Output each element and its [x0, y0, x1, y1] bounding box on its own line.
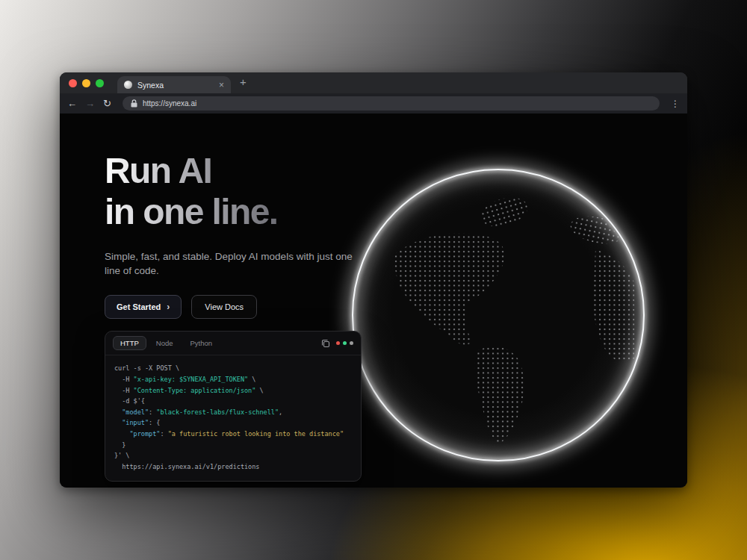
get-started-button[interactable]: Get Started › [105, 295, 182, 319]
window-controls [69, 79, 104, 87]
back-icon[interactable]: ← [67, 99, 77, 108]
code-line: curl -s -X POST \ [114, 363, 352, 374]
code-tabs: HTTPNodePython [113, 336, 220, 350]
code-tab-http[interactable]: HTTP [113, 336, 146, 350]
page-content: Run AI in one line. Simple, fast, and st… [60, 113, 687, 488]
code-line: https://api.synexa.ai/v1/predictions [114, 461, 352, 473]
browser-toolbar: ← → ↻ https://synexa.ai ⋮ [60, 93, 687, 113]
code-line: "input": { [114, 417, 352, 429]
dot-gray-icon [350, 341, 353, 345]
code-block: curl -s -X POST \ -H "x-api-key: $SYNEXA… [105, 355, 361, 481]
tab-favicon-icon [124, 81, 132, 89]
browser-window: Synexa × + ← → ↻ https://synexa.ai ⋮ [60, 72, 687, 488]
code-line: }' \ [114, 450, 352, 461]
code-line: } [114, 440, 352, 451]
chevron-right-icon: › [167, 302, 170, 312]
browser-tab-synexa[interactable]: Synexa × [117, 76, 231, 93]
browser-menu-icon[interactable]: ⋮ [671, 99, 680, 109]
title-line-2: in one line. [105, 192, 278, 233]
globe-illustration [326, 143, 670, 487]
address-bar[interactable]: https://synexa.ai [123, 96, 660, 111]
hero-subtitle: Simple, fast, and stable. Deploy AI mode… [105, 250, 369, 278]
code-header-actions [321, 339, 353, 348]
new-tab-button[interactable]: + [240, 76, 247, 87]
get-started-label: Get Started [117, 302, 161, 311]
zoom-window-button[interactable] [96, 79, 104, 87]
url-text: https://synexa.ai [143, 99, 196, 108]
cta-row: Get Started › View Docs [105, 295, 369, 319]
code-tab-node[interactable]: Node [149, 336, 181, 350]
title-line-1: Run AI [105, 151, 211, 192]
code-line: "model": "black-forest-labs/flux-schnell… [114, 407, 352, 418]
tab-close-icon[interactable]: × [219, 81, 224, 90]
forward-icon[interactable]: → [85, 99, 95, 108]
reload-icon[interactable]: ↻ [103, 99, 111, 108]
close-window-button[interactable] [69, 79, 77, 87]
page-title: Run AI in one line. [105, 151, 369, 232]
lock-icon [131, 99, 137, 108]
code-card: HTTPNodePython curl -s -X POST \ -H "x-a… [105, 331, 362, 482]
tab-title: Synexa [137, 81, 214, 90]
code-line: -H "Content-Type: application/json" \ [114, 385, 352, 396]
code-window-dots [336, 341, 353, 345]
view-docs-button[interactable]: View Docs [191, 295, 257, 319]
dot-red-icon [336, 341, 340, 345]
code-card-header: HTTPNodePython [105, 332, 361, 355]
minimize-window-button[interactable] [82, 79, 90, 87]
browser-tabstrip: Synexa × + [60, 72, 687, 93]
code-line: -d $'{ [114, 396, 352, 407]
code-tab-python[interactable]: Python [183, 336, 220, 350]
code-line: "prompt": "a futuristic robot looking in… [114, 429, 352, 440]
copy-icon[interactable] [321, 339, 330, 348]
code-line: -H "x-api-key: $SYNEXA_API_TOKEN" \ [114, 374, 352, 385]
hero-section: Run AI in one line. Simple, fast, and st… [105, 151, 369, 319]
dot-green-icon [343, 341, 347, 345]
